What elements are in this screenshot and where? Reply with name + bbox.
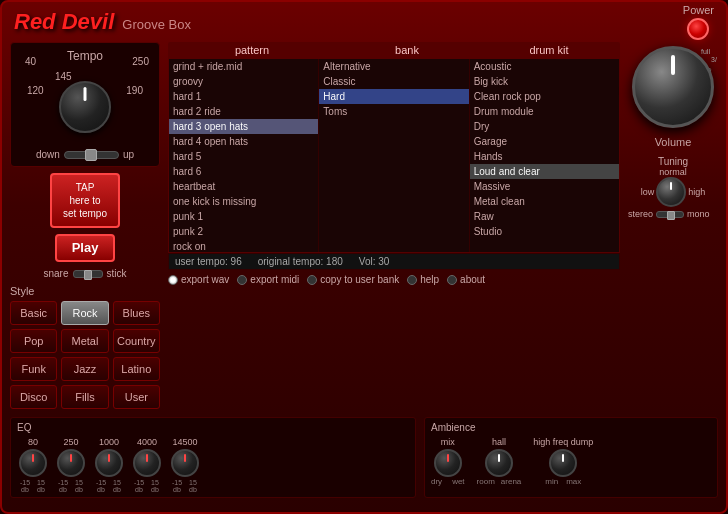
tuning-low: low (641, 187, 655, 197)
drum-kit-item[interactable]: Loud and clear (470, 164, 619, 179)
mix-sublabels: dry wet (431, 477, 465, 486)
snare-thumb (84, 270, 92, 280)
bank-col: AlternativeClassicHardToms (319, 59, 469, 252)
tuning-knob[interactable] (656, 177, 686, 207)
stick-label: stick (107, 268, 127, 279)
pattern-item[interactable]: groovy (169, 74, 318, 89)
style-btn-basic[interactable]: Basic (10, 301, 57, 325)
style-btn-rock[interactable]: Rock (61, 301, 108, 325)
tempo-num-40: 40 (25, 56, 36, 67)
app-container: Red Devil Groove Box Power Tempo 120 145… (0, 0, 728, 514)
stereo-mono-slider[interactable] (656, 211, 684, 218)
play-button[interactable]: Play (55, 234, 115, 262)
eq-knob-14500[interactable] (171, 449, 199, 477)
export-midi-radio[interactable] (237, 275, 247, 285)
eq-knob-4000[interactable] (133, 449, 161, 477)
pattern-item[interactable]: rock on (169, 239, 318, 252)
eq-band-1000: 1000-15 db15 db (93, 437, 125, 493)
style-btn-user[interactable]: User (113, 385, 160, 409)
pattern-item[interactable]: punk 1 (169, 209, 318, 224)
help-item[interactable]: help (407, 274, 439, 285)
hfd-knob[interactable] (549, 449, 577, 477)
bank-item[interactable]: Hard (319, 89, 468, 104)
volume-knob[interactable] (632, 46, 714, 128)
eq-knob-1000[interactable] (95, 449, 123, 477)
header-pattern: pattern (168, 42, 336, 58)
eq-knob-80[interactable] (19, 449, 47, 477)
export-wav-item[interactable]: export wav (168, 274, 229, 285)
pattern-item[interactable]: hard 5 (169, 149, 318, 164)
style-btn-jazz[interactable]: Jazz (61, 357, 108, 381)
copy-label: copy to user bank (320, 274, 399, 285)
style-btn-metal[interactable]: Metal (61, 329, 108, 353)
style-btn-latino[interactable]: Latino (113, 357, 160, 381)
drum-kit-item[interactable]: Dry (470, 119, 619, 134)
drum-kit-item[interactable]: Acoustic (470, 59, 619, 74)
pattern-item[interactable]: hard 6 (169, 164, 318, 179)
export-wav-label: export wav (181, 274, 229, 285)
min-label: min (545, 477, 558, 486)
pattern-item[interactable]: one kick is missing (169, 194, 318, 209)
power-button[interactable] (687, 18, 709, 40)
tempo-num-250: 250 (132, 56, 149, 67)
about-radio[interactable] (447, 275, 457, 285)
left-panel: Tempo 120 145 190 40 250 down (10, 42, 160, 409)
hall-knob[interactable] (485, 449, 513, 477)
tuning-normal: normal (628, 167, 718, 177)
original-tempo: original tempo: 180 (258, 256, 343, 267)
pattern-item[interactable]: heartbeat (169, 179, 318, 194)
mix-knob[interactable] (434, 449, 462, 477)
about-item[interactable]: about (447, 274, 485, 285)
dry-label: dry (431, 477, 442, 486)
eq-section: EQ 80-15 db15 db250-15 db15 db1000-15 db… (10, 417, 416, 498)
copy-to-user-bank-item[interactable]: copy to user bank (307, 274, 399, 285)
pattern-item[interactable]: hard 1 (169, 89, 318, 104)
export-midi-item[interactable]: export midi (237, 274, 299, 285)
app-title: Red Devil (14, 9, 114, 35)
bank-item[interactable]: Classic (319, 74, 468, 89)
bank-item[interactable]: Toms (319, 104, 468, 119)
style-btn-fills[interactable]: Fills (61, 385, 108, 409)
stereo-mono-row: stereo mono (628, 209, 718, 219)
copy-radio[interactable] (307, 275, 317, 285)
eq-knobs-row: 80-15 db15 db250-15 db15 db1000-15 db15 … (17, 437, 409, 493)
drum-kit-item[interactable]: Drum module (470, 104, 619, 119)
tempo-knob[interactable] (59, 81, 111, 133)
style-btn-funk[interactable]: Funk (10, 357, 57, 381)
style-btn-pop[interactable]: Pop (10, 329, 57, 353)
mono-label: mono (687, 209, 710, 219)
tempo-num-120: 120 (27, 85, 44, 96)
drum-kit-item[interactable]: Raw (470, 209, 619, 224)
drum-kit-item[interactable]: Garage (470, 134, 619, 149)
tempo-num-190: 190 (126, 85, 143, 96)
mix-group: mix dry wet (431, 437, 465, 486)
list-body: grind + ride.midgroovyhard 1hard 2 rideh… (168, 58, 620, 253)
snare-slider[interactable] (73, 270, 103, 278)
eq-freq-label: 4000 (137, 437, 157, 447)
style-btn-disco[interactable]: Disco (10, 385, 57, 409)
drum-kit-item[interactable]: Hands (470, 149, 619, 164)
pattern-item[interactable]: hard 2 ride (169, 104, 318, 119)
style-btn-blues[interactable]: Blues (113, 301, 160, 325)
down-up-row: down up (17, 149, 153, 160)
drum-kit-item[interactable]: Clean rock pop (470, 89, 619, 104)
eq-knob-250[interactable] (57, 449, 85, 477)
bank-item[interactable]: Alternative (319, 59, 468, 74)
export-wav-radio[interactable] (168, 275, 178, 285)
eq-band-14500: 14500-15 db15 db (169, 437, 201, 493)
vol: Vol: 30 (359, 256, 390, 267)
drum-kit-item[interactable]: Metal clean (470, 194, 619, 209)
drum-kit-item[interactable]: Studio (470, 224, 619, 239)
pattern-item[interactable]: punk 2 (169, 224, 318, 239)
pattern-item[interactable]: hard 4 open hats (169, 134, 318, 149)
drum-kit-item[interactable]: Big kick (470, 74, 619, 89)
style-btn-country[interactable]: Country (113, 329, 160, 353)
pattern-item[interactable]: hard 3 open hats (169, 119, 318, 134)
help-radio[interactable] (407, 275, 417, 285)
drum-kit-item[interactable]: Massive (470, 179, 619, 194)
user-tempo: user tempo: 96 (175, 256, 242, 267)
tempo-slider[interactable] (64, 151, 119, 159)
tap-button[interactable]: TAP here to set tempo (50, 173, 120, 228)
power-label: Power (683, 4, 714, 16)
pattern-item[interactable]: grind + ride.mid (169, 59, 318, 74)
